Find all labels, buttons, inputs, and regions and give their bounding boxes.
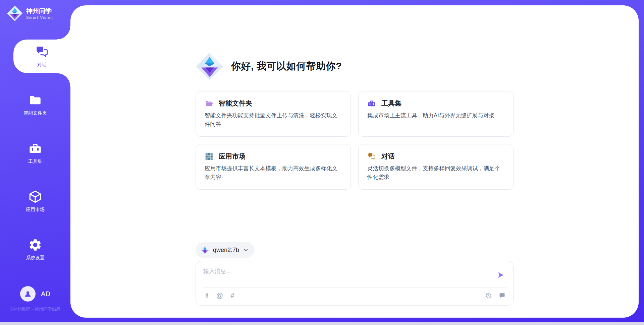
sidebar-item-smart-folder[interactable]: 智能文件夹 [0, 88, 70, 121]
person-icon [23, 289, 32, 298]
card-title: 对话 [381, 152, 395, 161]
main-panel: 你好, 我可以如何帮助你? 智能文件夹 智能文件夹功能支持批量文件上传与清洗，轻… [70, 5, 639, 318]
card-chat[interactable]: 对话 灵活切换多模型文件，支持多样回复效果调试，满足个性化需求 [358, 144, 514, 190]
market-grid-icon [205, 152, 213, 161]
toolbox-icon [28, 141, 42, 155]
toolbox-icon [367, 99, 376, 108]
user-name: AD [41, 290, 50, 298]
sidebar: 神州问学 Smart Vision 对话 智能文件夹 工具集 [0, 0, 70, 318]
greeting-block: 你好, 我可以如何帮助你? [196, 52, 514, 80]
composer-toolbar: @ # [203, 288, 506, 303]
sidebar-item-label: 智能文件夹 [23, 110, 47, 116]
app-logo: 神州问学 Smart Vision [0, 0, 70, 21]
card-description: 智能文件夹功能支持批量文件上传与清洗，轻松实现文件问答 [205, 111, 342, 128]
card-title: 工具集 [381, 99, 401, 108]
avatar [20, 286, 36, 302]
brand-diamond-icon [196, 52, 224, 80]
send-icon [497, 271, 504, 279]
card-description: 应用市场提供丰富长文本模板，助力高效生成多样化文章内容 [205, 164, 342, 181]
cube-icon [28, 190, 42, 204]
model-selector[interactable]: qwen2:7b [196, 242, 255, 258]
sidebar-item-toolset[interactable]: 工具集 [0, 136, 70, 170]
model-name: qwen2:7b [213, 247, 239, 254]
chat-bubbles-icon [367, 152, 376, 161]
sidebar-item-label: 工具集 [28, 158, 42, 165]
copyright-footer: ©神州数码 · 神州问学出品 [0, 306, 70, 312]
topic-button[interactable]: # [228, 291, 237, 300]
card-title: 应用市场 [219, 152, 246, 161]
card-app-market[interactable]: 应用市场 应用市场提供丰富长文本模板，助力高效生成多样化文章内容 [196, 144, 351, 190]
model-diamond-icon [200, 245, 210, 255]
feature-cards: 智能文件夹 智能文件夹功能支持批量文件上传与清洗，轻松实现文件问答 工具集 集成… [196, 91, 514, 190]
mention-button[interactable]: @ [215, 291, 224, 300]
history-icon [485, 292, 492, 299]
folder-icon [28, 93, 42, 107]
window-bottom-edge [0, 322, 644, 325]
card-description: 集成市场上主流工具，助力AI与外界无缝扩展与对接 [367, 111, 504, 120]
sidebar-item-app-market[interactable]: 应用市场 [0, 184, 70, 218]
message-input[interactable] [203, 266, 495, 287]
app-title: 神州问学 [26, 7, 53, 15]
chat-bubbles-icon [35, 45, 49, 59]
attach-file-button[interactable] [203, 291, 211, 300]
user-account[interactable]: AD [0, 286, 70, 302]
sidebar-item-settings[interactable]: 系统设置 [0, 233, 70, 266]
at-icon: @ [216, 292, 223, 299]
message-composer: @ # [196, 261, 514, 306]
send-button[interactable] [495, 269, 506, 281]
card-description: 灵活切换多模型文件，支持多样回复效果调试，满足个性化需求 [367, 164, 504, 181]
chevron-down-icon [243, 247, 249, 253]
folder-open-icon [205, 99, 213, 108]
gear-icon [28, 238, 42, 252]
sidebar-item-chat[interactable]: 对话 [13, 40, 70, 73]
greeting-title: 你好, 我可以如何帮助你? [231, 60, 342, 73]
brand-diamond-icon [7, 5, 23, 21]
sidebar-item-label: 系统设置 [26, 255, 45, 261]
app-subtitle: Smart Vision [26, 15, 53, 20]
feedback-button[interactable] [498, 291, 506, 300]
paperclip-icon [204, 292, 210, 299]
sidebar-nav: 对话 智能文件夹 工具集 应用市场 [0, 40, 70, 281]
comment-icon [499, 292, 505, 299]
hash-icon: # [230, 292, 234, 299]
card-title: 智能文件夹 [219, 99, 252, 108]
card-smart-folder[interactable]: 智能文件夹 智能文件夹功能支持批量文件上传与清洗，轻松实现文件问答 [196, 91, 351, 137]
history-button[interactable] [484, 291, 493, 300]
content-column: 你好, 我可以如何帮助你? 智能文件夹 智能文件夹功能支持批量文件上传与清洗，轻… [196, 5, 514, 318]
sidebar-item-label: 对话 [37, 62, 47, 68]
card-toolset[interactable]: 工具集 集成市场上主流工具，助力AI与外界无缝扩展与对接 [358, 91, 514, 137]
sidebar-item-label: 应用市场 [26, 207, 45, 213]
